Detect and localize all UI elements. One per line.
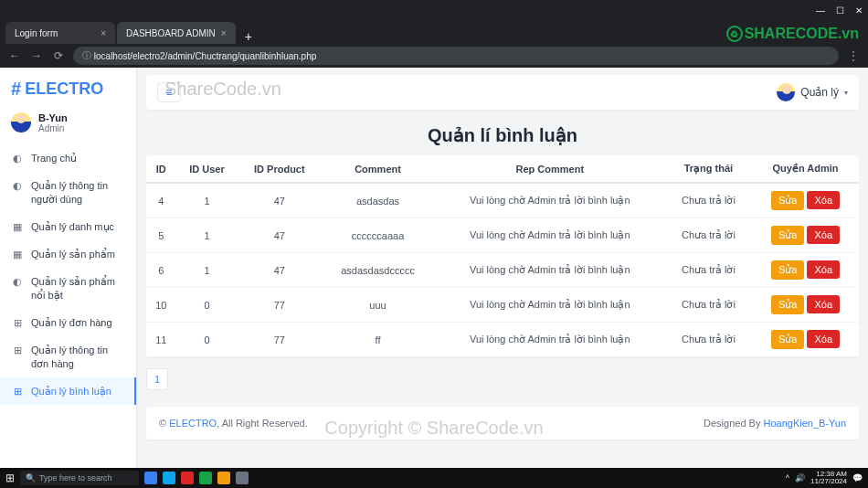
- sidebar-item-comments[interactable]: ⊞Quản lý bình luận: [0, 377, 136, 405]
- cell-id-product: 47: [238, 183, 321, 218]
- menu-icon: ≡: [165, 86, 172, 99]
- page-number-button[interactable]: 1: [146, 368, 168, 390]
- url-text: localhost/electro2/admin/Chuctrang/quanl…: [94, 51, 317, 61]
- task-icon[interactable]: [236, 472, 249, 484]
- cell-id-product: 47: [238, 253, 321, 288]
- task-icon[interactable]: [144, 472, 157, 484]
- user-dropdown[interactable]: Quản lý ▾: [777, 83, 848, 101]
- main-content: ≡ Quản lý ▾ Quản lí bình luận ID ID User…: [137, 68, 868, 468]
- th-id-user: ID User: [176, 155, 238, 183]
- browser-tab-active[interactable]: DASHBOARD ADMIN ×: [117, 22, 236, 44]
- task-icon[interactable]: [199, 472, 212, 484]
- table-row: 5147ccccccaaaaVui lòng chờ Admin trả lời…: [146, 218, 859, 253]
- cell-comment: ff: [321, 323, 435, 357]
- sidebar-item-order-info[interactable]: ⊞Quản lý thông tin đơn hàng: [0, 336, 136, 377]
- cell-rep: Vui lòng chờ Admin trả lời bình luận: [435, 218, 665, 253]
- user-dropdown-label: Quản lý: [800, 86, 839, 99]
- cell-status: Chưa trả lời: [665, 253, 752, 288]
- start-button[interactable]: ⊞: [5, 472, 15, 484]
- edit-button[interactable]: Sửa: [771, 260, 804, 280]
- cell-id-user: 0: [176, 323, 238, 357]
- cell-id-product: 77: [238, 288, 321, 323]
- footer-author-link[interactable]: HoangKien_B-Yun: [763, 418, 846, 429]
- tab-close-icon[interactable]: ×: [101, 28, 106, 38]
- cell-status: Chưa trả lời: [665, 183, 752, 218]
- new-tab-button[interactable]: +: [238, 29, 259, 44]
- nav-forward-icon[interactable]: →: [29, 49, 44, 62]
- sidebar-item-users[interactable]: ◐Quản lý thông tin người dùng: [0, 172, 136, 213]
- sidebar-menu: ◐Trang chủ ◐Quản lý thông tin người dùng…: [0, 144, 136, 405]
- win-minimize-icon[interactable]: —: [816, 5, 825, 16]
- table-header-row: ID ID User ID Product Comment Rep Commen…: [146, 155, 859, 183]
- tray-chevron-up-icon[interactable]: ^: [786, 473, 789, 483]
- cell-status: Chưa trả lời: [665, 218, 752, 253]
- nav-reload-icon[interactable]: ⟳: [51, 49, 66, 62]
- windows-taskbar: ⊞ 🔍 Type here to search ^ 🔊 12:38 AM 11/…: [0, 468, 868, 488]
- cell-id-user: 1: [176, 218, 238, 253]
- cell-id: 6: [146, 253, 176, 288]
- cell-id: 10: [146, 288, 176, 323]
- tray-network-icon[interactable]: 🔊: [795, 473, 805, 483]
- cell-actions: SửaXóa: [752, 183, 859, 218]
- tabbar: Login form × DASHBOARD ADMIN × +: [0, 20, 868, 44]
- sidebar-user-role: Admin: [38, 123, 68, 133]
- edit-button[interactable]: Sửa: [771, 295, 804, 314]
- delete-button[interactable]: Xóa: [807, 260, 840, 279]
- cell-comment: asdasdas: [321, 183, 435, 218]
- th-id-product: ID Product: [238, 155, 321, 183]
- delete-button[interactable]: Xóa: [807, 295, 840, 313]
- system-tray: ^ 🔊 12:38 AM 11/27/2024 💬: [786, 471, 863, 485]
- browser-tab[interactable]: Login form ×: [5, 22, 115, 44]
- avatar-icon: [777, 83, 795, 101]
- tab-title: DASHBOARD ADMIN: [126, 28, 216, 38]
- edit-button[interactable]: Sửa: [771, 226, 804, 245]
- edit-button[interactable]: Sửa: [771, 191, 804, 210]
- delete-button[interactable]: Xóa: [807, 330, 840, 348]
- sidebar-item-categories[interactable]: ▦Quản lý danh mục: [0, 213, 136, 240]
- users-icon: ◐: [11, 179, 24, 192]
- table-row: 11077ffVui lòng chờ Admin trả lời bình l…: [146, 323, 859, 357]
- notifications-icon[interactable]: 💬: [852, 473, 863, 483]
- tab-title: Login form: [15, 28, 95, 38]
- sidebar-item-home[interactable]: ◐Trang chủ: [0, 144, 136, 172]
- cell-status: Chưa trả lời: [665, 323, 752, 357]
- task-icon[interactable]: [163, 472, 175, 484]
- sidebar-item-products[interactable]: ▦Quản lý sản phẩm: [0, 240, 136, 268]
- table-row: 6147asdasdasdcccccVui lòng chờ Admin trả…: [146, 253, 859, 288]
- tab-close-icon[interactable]: ×: [221, 28, 227, 38]
- address-bar: ← → ⟳ ⓘ localhost/electro2/admin/Chuctra…: [0, 44, 868, 68]
- sidebar-item-featured[interactable]: ◐Quản lý sản phẩm nổi bật: [0, 268, 136, 309]
- sidebar-item-orders[interactable]: ⊞Quản lý đơn hàng: [0, 309, 136, 336]
- cell-id-user: 1: [176, 183, 238, 218]
- nav-back-icon[interactable]: ←: [7, 49, 22, 62]
- browser-menu-icon[interactable]: ⋮: [846, 49, 861, 62]
- task-icon[interactable]: [181, 472, 194, 484]
- th-status: Trạng thái: [665, 155, 752, 183]
- grid-icon: ▦: [11, 220, 24, 233]
- taskbar-search-placeholder: Type here to search: [39, 473, 112, 483]
- footer-brand-link[interactable]: ELECTRO: [169, 418, 217, 429]
- brand-logo[interactable]: # ELECTRO: [0, 75, 136, 109]
- taskbar-clock[interactable]: 12:38 AM 11/27/2024: [810, 471, 847, 485]
- search-icon: 🔍: [26, 473, 36, 483]
- cell-actions: SửaXóa: [752, 253, 859, 288]
- footer-copy: ©: [159, 418, 166, 429]
- task-icon[interactable]: [217, 472, 230, 484]
- footer-rights: , All Right Reserved.: [217, 418, 308, 429]
- cell-id-user: 1: [176, 253, 238, 288]
- taskbar-search[interactable]: 🔍 Type here to search: [20, 471, 139, 485]
- sidebar-item-label: Quản lý sản phẩm: [31, 248, 115, 260]
- edit-button[interactable]: Sửa: [771, 330, 804, 349]
- delete-button[interactable]: Xóa: [807, 226, 840, 244]
- cell-id: 5: [146, 218, 176, 253]
- cell-actions: SửaXóa: [752, 218, 859, 253]
- sidebar-user-name: B-Yun: [38, 112, 68, 123]
- cell-id: 11: [146, 323, 176, 357]
- sidebar-toggle-button[interactable]: ≡: [157, 82, 181, 102]
- win-close-icon[interactable]: ✕: [855, 5, 863, 16]
- url-input[interactable]: ⓘ localhost/electro2/admin/Chuctrang/qua…: [73, 47, 839, 65]
- sidebar: # ELECTRO B-Yun Admin ◐Trang chủ ◐Quản l…: [0, 68, 137, 468]
- delete-button[interactable]: Xóa: [807, 191, 840, 209]
- win-maximize-icon[interactable]: ☐: [836, 5, 844, 16]
- pagination: 1: [146, 368, 859, 390]
